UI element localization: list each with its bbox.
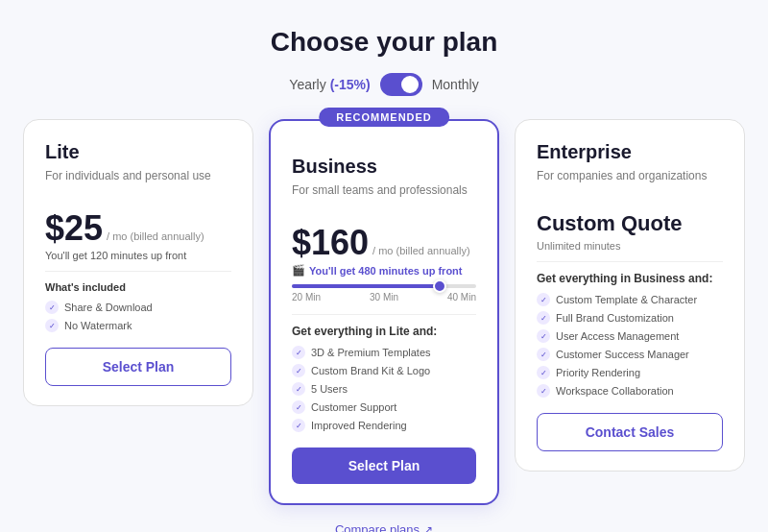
list-item: ✓ Customer Support xyxy=(292,400,476,414)
features-title-enterprise: Get everything in Business and: xyxy=(537,272,723,285)
check-icon: ✓ xyxy=(292,382,305,396)
custom-quote: Custom Quote xyxy=(537,211,723,236)
list-item: ✓ Full Brand Customization xyxy=(537,311,723,325)
external-link-icon: ↗ xyxy=(423,523,433,533)
check-icon: ✓ xyxy=(537,366,550,379)
list-item: ✓ Workspace Collaboration xyxy=(537,384,723,398)
plan-card-business: RECOMMENDED Business For small teams and… xyxy=(269,119,499,505)
compare-plans-link[interactable]: Compare plans ↗ xyxy=(335,522,433,532)
select-plan-lite-button[interactable]: Select Plan xyxy=(45,348,231,386)
plan-name-business: Business xyxy=(292,156,476,178)
list-item: ✓ Share & Download xyxy=(45,301,231,314)
list-item: ✓ No Watermark xyxy=(45,319,231,332)
check-icon: ✓ xyxy=(292,400,305,414)
slider-labels: 20 Min 30 Min 40 Min xyxy=(292,292,476,302)
monthly-label: Monthly xyxy=(432,77,479,92)
billing-toggle[interactable] xyxy=(380,73,422,96)
list-item: ✓ Priority Rendering xyxy=(537,366,723,379)
plans-grid: Lite For individuals and personal use $2… xyxy=(19,119,749,505)
slider-label-mid: 30 Min xyxy=(370,292,398,302)
billing-toggle-row: Yearly (-15%) Monthly xyxy=(289,73,478,96)
check-icon: ✓ xyxy=(45,319,59,332)
slider-label-min: 20 Min xyxy=(292,292,321,302)
check-icon: ✓ xyxy=(292,364,305,377)
list-item: ✓ Customer Success Manager xyxy=(537,348,723,361)
plan-minutes-lite: You'll get 120 minutes up front xyxy=(45,250,231,261)
plan-minutes-business: 🎬 You'll get 480 minutes up front xyxy=(292,264,476,277)
list-item: ✓ Improved Rendering xyxy=(292,419,476,432)
list-item: ✓ User Access Management xyxy=(537,329,723,343)
minutes-slider[interactable]: 20 Min 30 Min 40 Min xyxy=(292,284,476,302)
plan-desc-lite: For individuals and personal use xyxy=(45,169,231,198)
plan-period-lite: / mo (billed annually) xyxy=(107,230,204,242)
check-icon: ✓ xyxy=(537,329,550,343)
plan-card-enterprise: Enterprise For companies and organizatio… xyxy=(515,119,745,472)
list-item: ✓ Custom Brand Kit & Logo xyxy=(292,364,476,377)
plan-price-business: $160 xyxy=(292,226,369,260)
page-title: Choose your plan xyxy=(271,27,497,58)
slider-fill xyxy=(292,284,440,288)
plan-name-lite: Lite xyxy=(45,141,231,163)
list-item: ✓ 5 Users xyxy=(292,382,476,396)
divider-enterprise xyxy=(537,261,723,262)
contact-sales-enterprise-button[interactable]: Contact Sales xyxy=(537,413,723,451)
recommended-badge: RECOMMENDED xyxy=(319,108,449,127)
check-icon: ✓ xyxy=(537,293,550,306)
plan-price-lite: $25 xyxy=(45,211,103,246)
feature-list-business: ✓ 3D & Premium Templates ✓ Custom Brand … xyxy=(292,346,476,432)
check-icon: ✓ xyxy=(45,301,59,314)
plan-price-row-lite: $25 / mo (billed annually) xyxy=(45,211,231,246)
plan-card-lite: Lite For individuals and personal use $2… xyxy=(23,119,253,406)
whats-included-title: What's included xyxy=(45,281,231,293)
plan-period-business: / mo (billed annually) xyxy=(372,245,470,256)
slider-track xyxy=(292,284,476,288)
divider-lite xyxy=(45,271,231,272)
plan-minutes-enterprise: Unlimited minutes xyxy=(537,240,723,252)
features-title-business: Get everything in Lite and: xyxy=(292,325,476,338)
slider-label-max: 40 Min xyxy=(447,292,476,302)
plan-desc-business: For small teams and professionals xyxy=(292,183,476,212)
plan-desc-enterprise: For companies and organizations xyxy=(537,169,723,198)
plan-name-enterprise: Enterprise xyxy=(537,141,723,163)
divider-business xyxy=(292,314,476,315)
select-plan-business-button[interactable]: Select Plan xyxy=(292,447,476,484)
list-item: ✓ Custom Template & Character xyxy=(537,293,723,306)
check-icon: ✓ xyxy=(537,311,550,325)
plan-price-row-business: $160 / mo (billed annually) xyxy=(292,226,476,260)
check-icon: ✓ xyxy=(292,419,305,432)
feature-list-enterprise: ✓ Custom Template & Character ✓ Full Bra… xyxy=(537,293,723,398)
slider-thumb xyxy=(433,279,446,293)
feature-list-lite: ✓ Share & Download ✓ No Watermark xyxy=(45,301,231,332)
yearly-label: Yearly (-15%) xyxy=(289,77,370,92)
check-icon: ✓ xyxy=(537,348,550,361)
check-icon: ✓ xyxy=(537,384,550,398)
list-item: ✓ 3D & Premium Templates xyxy=(292,346,476,359)
check-icon: ✓ xyxy=(292,346,305,359)
